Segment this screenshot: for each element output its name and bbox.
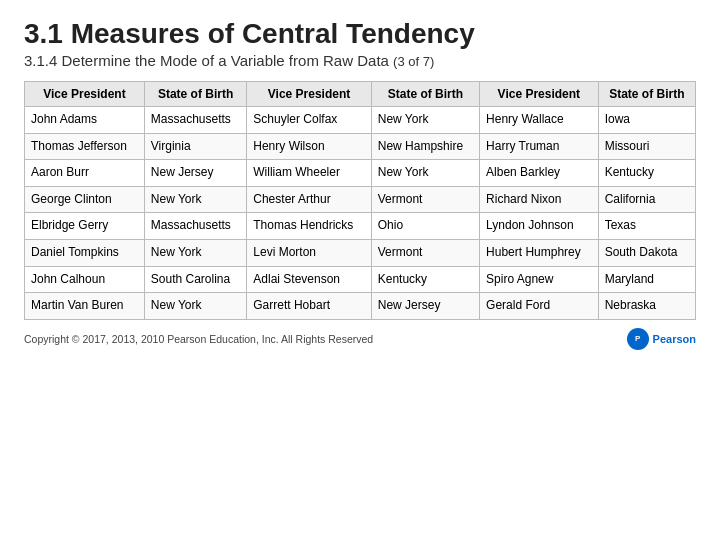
table-row: John AdamsMassachusettsSchuyler ColfaxNe… <box>25 107 696 134</box>
footer: Copyright © 2017, 2013, 2010 Pearson Edu… <box>24 328 696 350</box>
table-cell: Thomas Jefferson <box>25 133 145 160</box>
table-cell: George Clinton <box>25 186 145 213</box>
table-cell: Thomas Hendricks <box>247 213 371 240</box>
sub-title: 3.1.4 Determine the Mode of a Variable f… <box>24 52 696 69</box>
table-cell: New Hampshire <box>371 133 479 160</box>
table-cell: Spiro Agnew <box>480 266 599 293</box>
table-cell: John Adams <box>25 107 145 134</box>
table-cell: Martin Van Buren <box>25 293 145 320</box>
column-header: State of Birth <box>371 82 479 107</box>
table-cell: New York <box>371 160 479 187</box>
table-cell: Adlai Stevenson <box>247 266 371 293</box>
table-row: Aaron BurrNew JerseyWilliam WheelerNew Y… <box>25 160 696 187</box>
table-row: Martin Van BurenNew YorkGarrett HobartNe… <box>25 293 696 320</box>
table-cell: Hubert Humphrey <box>480 239 599 266</box>
table-cell: California <box>598 186 695 213</box>
table-cell: Kentucky <box>598 160 695 187</box>
table-cell: Gerald Ford <box>480 293 599 320</box>
pearson-logo: P Pearson <box>627 328 696 350</box>
table-cell: John Calhoun <box>25 266 145 293</box>
table-cell: Lyndon Johnson <box>480 213 599 240</box>
table-cell: Virginia <box>144 133 246 160</box>
table-cell: Chester Arthur <box>247 186 371 213</box>
table-cell: Iowa <box>598 107 695 134</box>
table-cell: South Dakota <box>598 239 695 266</box>
table-cell: New York <box>144 239 246 266</box>
table-row: George ClintonNew YorkChester ArthurVerm… <box>25 186 696 213</box>
copyright-text: Copyright © 2017, 2013, 2010 Pearson Edu… <box>24 333 373 345</box>
table-cell: Schuyler Colfax <box>247 107 371 134</box>
data-table: Vice PresidentState of BirthVice Preside… <box>24 81 696 320</box>
table-cell: New Jersey <box>371 293 479 320</box>
table-row: Thomas JeffersonVirginiaHenry WilsonNew … <box>25 133 696 160</box>
table-cell: New York <box>144 186 246 213</box>
table-row: John CalhounSouth CarolinaAdlai Stevenso… <box>25 266 696 293</box>
column-header: Vice President <box>25 82 145 107</box>
column-header: State of Birth <box>144 82 246 107</box>
table-cell: Levi Morton <box>247 239 371 266</box>
column-header: Vice President <box>247 82 371 107</box>
table-cell: Harry Truman <box>480 133 599 160</box>
table-cell: Alben Barkley <box>480 160 599 187</box>
table-cell: New York <box>144 293 246 320</box>
table-cell: Maryland <box>598 266 695 293</box>
subtitle-text: 3.1.4 Determine the Mode of a Variable f… <box>24 52 389 69</box>
subtitle-note: (3 of 7) <box>393 54 434 69</box>
table-cell: Daniel Tompkins <box>25 239 145 266</box>
table-cell: Henry Wilson <box>247 133 371 160</box>
table-cell: New Jersey <box>144 160 246 187</box>
table-cell: Ohio <box>371 213 479 240</box>
table-row: Daniel TompkinsNew YorkLevi MortonVermon… <box>25 239 696 266</box>
table-cell: Missouri <box>598 133 695 160</box>
table-row: Elbridge GerryMassachusettsThomas Hendri… <box>25 213 696 240</box>
pearson-icon: P <box>627 328 649 350</box>
table-cell: Henry Wallace <box>480 107 599 134</box>
pearson-brand: Pearson <box>653 333 696 345</box>
column-header: State of Birth <box>598 82 695 107</box>
table-cell: Massachusetts <box>144 213 246 240</box>
table-cell: Vermont <box>371 186 479 213</box>
table-cell: Vermont <box>371 239 479 266</box>
table-cell: Texas <box>598 213 695 240</box>
table-cell: William Wheeler <box>247 160 371 187</box>
table-cell: New York <box>371 107 479 134</box>
table-cell: Richard Nixon <box>480 186 599 213</box>
table-cell: Elbridge Gerry <box>25 213 145 240</box>
column-header: Vice President <box>480 82 599 107</box>
table-cell: Kentucky <box>371 266 479 293</box>
main-title: 3.1 Measures of Central Tendency <box>24 18 696 50</box>
table-cell: Nebraska <box>598 293 695 320</box>
table-cell: Aaron Burr <box>25 160 145 187</box>
table-cell: Garrett Hobart <box>247 293 371 320</box>
table-cell: South Carolina <box>144 266 246 293</box>
table-cell: Massachusetts <box>144 107 246 134</box>
